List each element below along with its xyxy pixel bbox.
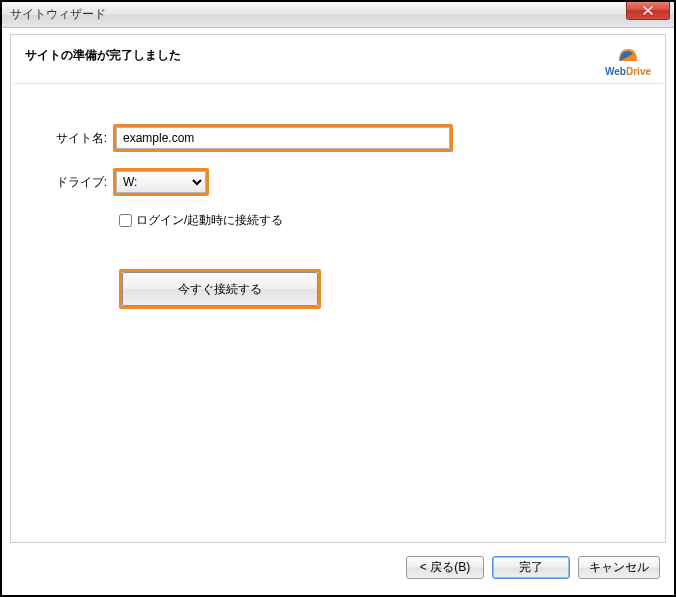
finish-button[interactable]: 完了 [492,556,570,579]
titlebar: サイトウィザード [2,2,674,28]
connect-on-login-row: ログイン/起動時に接続する [119,212,635,229]
page-title: サイトの準備が完了しました [25,45,181,64]
site-name-row: サイト名: [41,124,635,152]
connect-on-login-checkbox[interactable] [119,214,132,227]
connect-now-button[interactable]: 今すぐ接続する [122,272,318,306]
drive-row: ドライブ: W: [41,168,635,196]
site-name-input[interactable] [116,127,450,149]
close-button[interactable] [626,2,670,20]
footer-buttons: < 戻る(B) 完了 キャンセル [10,547,666,587]
connect-on-login-label: ログイン/起動時に接続する [136,212,283,229]
dialog-window: サイトウィザード サイトの準備が完了しました WebDrive サイト名: [0,0,676,597]
header-row: サイトの準備が完了しました WebDrive [11,35,665,83]
connect-now-highlight: 今すぐ接続する [119,269,321,309]
back-button[interactable]: < 戻る(B) [406,556,484,579]
webdrive-icon [617,45,639,65]
brand-text: WebDrive [605,67,651,77]
content-panel: サイトの準備が完了しました WebDrive サイト名: ドライブ: [10,34,666,543]
cancel-button[interactable]: キャンセル [578,556,660,579]
drive-label: ドライブ: [41,174,113,191]
brand-logo: WebDrive [605,45,651,77]
site-name-label: サイト名: [41,130,113,147]
drive-highlight: W: [113,168,209,196]
form-area: サイト名: ドライブ: W: ログイン/起動時に接続する 今すぐ接続する [11,84,665,309]
drive-select[interactable]: W: [116,171,206,193]
close-icon [643,6,653,15]
window-title: サイトウィザード [10,6,106,23]
site-name-highlight [113,124,453,152]
